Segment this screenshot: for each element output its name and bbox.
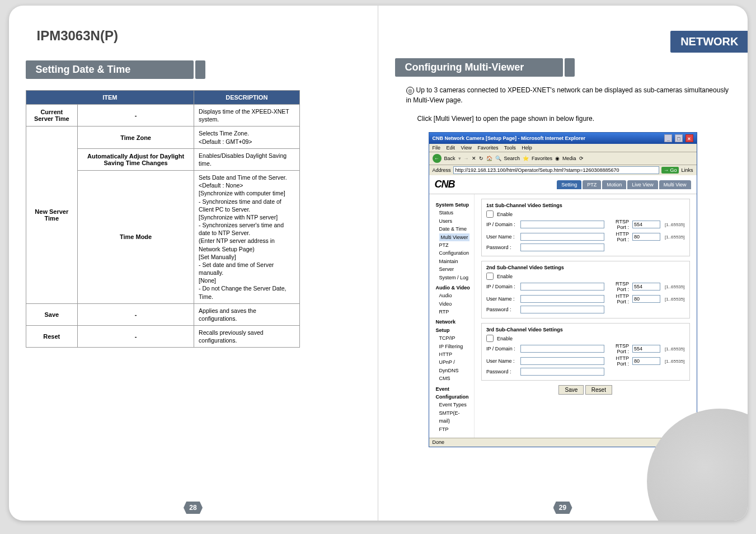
nav-http[interactable]: HTTP xyxy=(439,350,471,358)
nav-multiviewer[interactable]: Multi Viewer xyxy=(439,233,470,241)
settings-table: ITEM DESCRIPTION Current Server Time - D… xyxy=(26,90,300,348)
ch1-enable-checkbox[interactable] xyxy=(486,210,494,218)
nav-maintain[interactable]: Maintain Server xyxy=(439,257,471,274)
tab-liveview[interactable]: Live View xyxy=(627,180,658,189)
product-title: IPM3063N(P) xyxy=(37,28,361,44)
ch1-http-input[interactable] xyxy=(632,233,660,241)
menu-view[interactable]: View xyxy=(461,145,472,151)
row-timezone-desc: Selects Time Zone. <Default : GMT+09> xyxy=(194,127,299,148)
nav-upnp[interactable]: UPnP / DynDNS xyxy=(439,358,471,374)
stop-icon[interactable]: ✕ xyxy=(472,156,476,161)
tab-multiview[interactable]: Multi View xyxy=(659,180,691,189)
nav-ftp[interactable]: FTP xyxy=(439,425,471,433)
ch3-pass-input[interactable] xyxy=(520,368,604,376)
menu-favorites[interactable]: Favorites xyxy=(477,145,498,151)
nav-ipfilter[interactable]: IP Filtering xyxy=(439,343,471,350)
favorites-icon[interactable]: ⭐ xyxy=(523,156,529,161)
maximize-icon[interactable]: □ xyxy=(675,134,683,142)
th-desc: DESCRIPTION xyxy=(194,91,299,105)
row-new-server-time: New Server Time xyxy=(26,127,78,303)
ch2-rtsp-input[interactable] xyxy=(632,283,660,291)
forward-icon: → xyxy=(464,156,469,161)
ch3-user-input[interactable] xyxy=(520,357,604,365)
row-save-desc: Applies and saves the configurations. xyxy=(194,303,299,325)
menu-file[interactable]: File xyxy=(433,145,441,151)
ch1-user-input[interactable] xyxy=(520,233,604,241)
close-icon[interactable]: × xyxy=(685,134,693,142)
history-icon[interactable]: ⟳ xyxy=(579,156,584,161)
address-input[interactable] xyxy=(453,166,659,174)
nav-video[interactable]: Video xyxy=(439,300,471,308)
row-save: Save xyxy=(26,303,78,325)
tab-motion[interactable]: Motion xyxy=(602,180,626,189)
nav-eventtypes[interactable]: Event Types xyxy=(439,401,471,409)
reset-button[interactable]: Reset xyxy=(585,385,612,395)
ch1-rtsp-input[interactable] xyxy=(632,221,660,228)
tab-ptz[interactable]: PTZ xyxy=(583,180,601,189)
nav-tcpip[interactable]: TCP/IP xyxy=(439,334,471,342)
ch1-pass-input[interactable] xyxy=(520,243,604,251)
nav-audio[interactable]: Audio xyxy=(439,292,471,299)
intro-text-2: Click [Multi Viewer] to open the page sh… xyxy=(417,114,731,124)
window-title: CNB Network Camera [Setup Page] - Micros… xyxy=(433,135,586,141)
menu-tools[interactable]: Tools xyxy=(504,145,516,151)
channel-3-title: 3rd Sub-Channel Video Settings xyxy=(486,327,685,332)
nav-smtp[interactable]: SMTP(E-mail) xyxy=(439,409,471,425)
row-save-sub: - xyxy=(78,303,194,325)
ch3-ip-input[interactable] xyxy=(520,345,604,353)
nav-users[interactable]: Users xyxy=(439,217,471,225)
refresh-icon[interactable]: ↻ xyxy=(479,156,483,161)
menu-help[interactable]: Help xyxy=(522,145,532,151)
ch2-ip-input[interactable] xyxy=(520,283,604,291)
nav-cms[interactable]: CMS xyxy=(439,374,471,382)
screenshot-ie-window: CNB Network Camera [Setup Page] - Micros… xyxy=(429,132,697,447)
channel-1: 1st Sub-Channel Video Settings Enable IP… xyxy=(481,199,690,256)
row-current-server-time: Current Server Time xyxy=(26,105,78,127)
ch3-rtsp-input[interactable] xyxy=(632,345,660,353)
page-number-left: 28 xyxy=(184,502,203,514)
row-timemode-desc: Sets Date and Time of the Server. <Defau… xyxy=(194,171,299,304)
row-dst-desc: Enables/Disables Daylight Saving time. xyxy=(194,148,299,170)
ch2-http-input[interactable] xyxy=(632,295,660,303)
minimize-icon[interactable]: _ xyxy=(664,134,672,142)
network-badge: NETWORK xyxy=(670,31,747,53)
nav-group-network: Network Setup xyxy=(436,318,471,334)
channel-3: 3rd Sub-Channel Video Settings Enable IP… xyxy=(481,323,690,381)
nav-syslog[interactable]: System / Log xyxy=(439,274,471,282)
ch3-enable-checkbox[interactable] xyxy=(486,335,494,342)
row-reset-desc: Recalls previously saved configurations. xyxy=(194,326,299,348)
page-number-right: 29 xyxy=(553,502,572,514)
ch3-http-input[interactable] xyxy=(632,357,660,365)
channel-1-title: 1st Sub-Channel Video Settings xyxy=(486,203,685,208)
nav-datetime[interactable]: Date & Time xyxy=(439,225,471,233)
media-icon[interactable]: ◉ xyxy=(555,156,560,161)
nav-rtp[interactable]: RTP xyxy=(439,308,471,316)
ch2-enable-checkbox[interactable] xyxy=(486,273,494,280)
save-button[interactable]: Save xyxy=(558,385,584,395)
back-icon[interactable]: ← xyxy=(433,154,442,163)
intro-text: ◎Up to 3 cameras connected to XPEED-XNET… xyxy=(406,85,731,105)
nav-ptzconfig[interactable]: PTZ Configuration xyxy=(439,241,471,257)
nav-group-system: System Setup xyxy=(436,201,471,209)
ch1-ip-input[interactable] xyxy=(520,221,604,228)
ch2-user-input[interactable] xyxy=(520,295,604,303)
nav-group-event: Event Configuration xyxy=(436,385,471,401)
row-timemode: Time Mode xyxy=(78,171,194,304)
cnb-logo: CNB xyxy=(435,179,455,190)
row-cst-sub: - xyxy=(78,105,194,127)
status-done: Done xyxy=(433,439,445,446)
home-icon[interactable]: 🏠 xyxy=(486,156,492,161)
back-label[interactable]: Back xyxy=(444,156,456,161)
row-cst-desc: Displays time of the XPEED-XNET system. xyxy=(194,105,299,127)
row-reset: Reset xyxy=(26,326,78,348)
tab-setting[interactable]: Setting xyxy=(557,180,581,189)
ch2-pass-input[interactable] xyxy=(520,306,604,313)
go-button[interactable]: → Go xyxy=(661,167,679,174)
nav-status[interactable]: Status xyxy=(439,209,471,217)
links-label[interactable]: Links xyxy=(681,167,693,173)
ie-menu-bar: File Edit View Favorites Tools Help xyxy=(429,144,697,152)
row-dst: Automatically Adjust for Daylight Saving… xyxy=(78,148,194,170)
channel-2: 2nd Sub-Channel Video Settings Enable IP… xyxy=(481,261,690,318)
menu-edit[interactable]: Edit xyxy=(447,145,456,151)
search-icon[interactable]: 🔍 xyxy=(495,156,501,161)
